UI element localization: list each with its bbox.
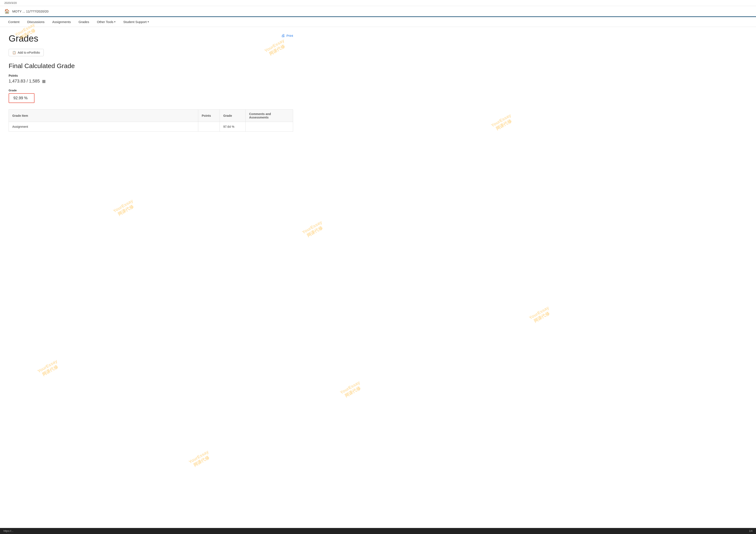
grade-value: 92.99 % [14, 96, 28, 100]
home-icon[interactable]: 🏠 [4, 9, 10, 14]
nav-item-student-support[interactable]: Student Support ▾ [120, 17, 152, 27]
header-section: 🏠 MOTY ... 11/???/2020/20 [0, 6, 756, 17]
col-header-grade: Grade [220, 110, 246, 122]
cell-comments [246, 122, 293, 132]
final-grade-title: Final Calculated Grade [9, 62, 293, 69]
grade-value-box: 92.99 % [9, 93, 35, 103]
points-label: Points [9, 74, 293, 77]
cell-points [198, 122, 220, 132]
page-header: Grades 🖨 Print [9, 33, 293, 44]
table-header-row: Grade Item Points Grade Comments and Ass… [9, 110, 293, 122]
add-eportfolio-button[interactable]: 📋 Add to ePortfolio [9, 49, 44, 56]
table-header: Grade Item Points Grade Comments and Ass… [9, 110, 293, 122]
col-header-points: Points [198, 110, 220, 122]
add-portfolio-label: Add to ePortfolio [18, 51, 40, 54]
points-value-row: 1,473.83 / 1,585 ▦ [9, 79, 293, 84]
print-icon: 🖨 [281, 33, 285, 38]
grade-label: Grade [9, 89, 293, 92]
cell-grade: 97.64 % [220, 122, 246, 132]
breadcrumb-text: MOTY ... 11/???/2020/20 [12, 10, 48, 13]
table-body: Assignment 97.64 % [9, 122, 293, 132]
nav-item-content[interactable]: Content [4, 17, 23, 27]
chevron-down-icon-2: ▾ [148, 20, 149, 23]
page-title: Grades [9, 33, 39, 44]
breadcrumb: MOTY ... 11/???/2020/20 [12, 10, 48, 13]
top-bar: 2020/3/20 [0, 0, 756, 6]
nav-item-discussions[interactable]: Discussions [23, 17, 48, 27]
print-label: Print [286, 34, 293, 38]
col-header-item: Grade Item [9, 110, 198, 122]
navigation-menu: Content Discussions Assignments Grades O… [0, 17, 756, 27]
portfolio-icon: 📋 [12, 51, 16, 54]
watermark-3: YourEssay网课代修 [490, 113, 514, 133]
nav-item-grades[interactable]: Grades [74, 17, 93, 27]
nav-item-other-tools[interactable]: Other Tools ▾ [93, 17, 120, 27]
nav-item-assignments[interactable]: Assignments [48, 17, 75, 27]
table-row: Assignment 97.64 % [9, 122, 293, 132]
points-value: 1,473.83 / 1,585 [9, 79, 40, 84]
calculator-icon[interactable]: ▦ [42, 79, 46, 84]
print-button[interactable]: 🖨 Print [281, 33, 293, 38]
chevron-down-icon: ▾ [114, 20, 116, 23]
date-display: 2020/3/20 [4, 1, 17, 5]
cell-item: Assignment [9, 122, 198, 132]
main-content: Grades 🖨 Print 📋 Add to ePortfolio Final… [0, 27, 302, 138]
grades-table: Grade Item Points Grade Comments and Ass… [9, 110, 293, 132]
col-header-comments: Comments and Assessments [246, 110, 293, 122]
